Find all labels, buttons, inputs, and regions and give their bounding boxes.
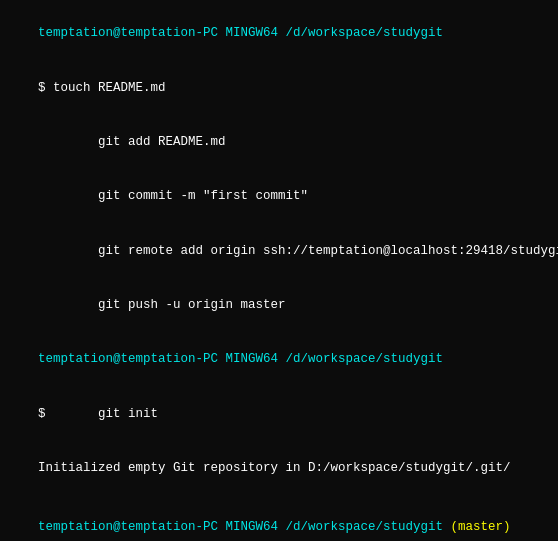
line-5: git remote add origin ssh://temptation@l… xyxy=(8,224,550,278)
line-1: temptation@temptation-PC MINGW64 /d/work… xyxy=(8,6,550,60)
line-2: $ touch README.md xyxy=(8,60,550,114)
line-8: $ git init xyxy=(8,387,550,441)
line-7: temptation@temptation-PC MINGW64 /d/work… xyxy=(8,332,550,386)
line-3: git add README.md xyxy=(8,115,550,169)
line-4: git commit -m "first commit" xyxy=(8,169,550,223)
line-10: temptation@temptation-PC MINGW64 /d/work… xyxy=(8,499,550,541)
terminal-window: temptation@temptation-PC MINGW64 /d/work… xyxy=(0,0,558,541)
prompt-path: temptation@temptation-PC MINGW64 /d/work… xyxy=(38,26,443,40)
line-9-output: Initialized empty Git repository in D:/w… xyxy=(8,441,550,495)
line-6: git push -u origin master xyxy=(8,278,550,332)
